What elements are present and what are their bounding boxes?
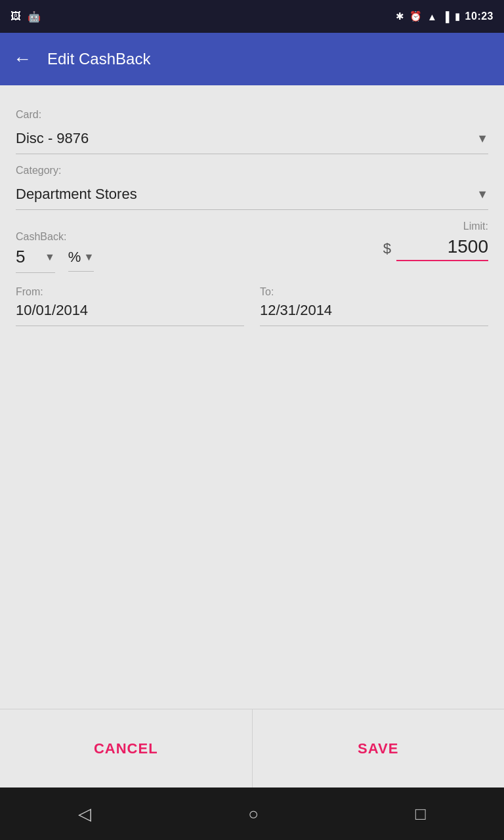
- to-date[interactable]: 12/31/2014: [260, 302, 488, 326]
- save-button[interactable]: SAVE: [252, 709, 505, 788]
- cashback-controls: 5 ▼ % ▼: [16, 247, 252, 273]
- nav-bar: ◁ ○ □: [0, 788, 504, 840]
- android-icon: 🤖: [28, 10, 41, 23]
- cashback-value-dropdown[interactable]: 5 ▼: [16, 247, 55, 273]
- status-time: 10:23: [465, 10, 494, 22]
- cashback-unit-dropdown[interactable]: % ▼: [68, 249, 94, 272]
- nav-recent-button[interactable]: □: [400, 796, 442, 832]
- category-label: Category:: [16, 165, 488, 177]
- limit-currency: $: [383, 240, 391, 257]
- image-icon: 🖼: [10, 10, 21, 22]
- battery-icon: ▮: [455, 10, 460, 22]
- card-dropdown-arrow: ▼: [476, 132, 488, 146]
- cashback-limit-row: CashBack: 5 ▼ % ▼ Limit: $: [16, 220, 488, 273]
- cashback-unit-arrow: ▼: [83, 251, 94, 263]
- nav-home-button[interactable]: ○: [232, 796, 274, 832]
- status-bar: 🖼 🤖 ✱ ⏰ ▲ ▐ ▮ 10:23: [0, 0, 504, 33]
- from-label: From:: [16, 286, 244, 298]
- cashback-label: CashBack:: [16, 231, 252, 243]
- status-bar-right-icons: ✱ ⏰ ▲ ▐ ▮ 10:23: [396, 10, 494, 22]
- card-label: Card:: [16, 109, 488, 121]
- from-section: From: 10/01/2014: [16, 286, 244, 326]
- to-section: To: 12/31/2014: [260, 286, 488, 326]
- bottom-actions: CANCEL SAVE: [0, 709, 504, 788]
- card-value: Disc - 9876: [16, 130, 89, 147]
- cashback-unit: %: [68, 249, 81, 266]
- wifi-icon: ▲: [427, 11, 437, 22]
- card-dropdown[interactable]: Disc - 9876 ▼: [16, 125, 488, 154]
- category-dropdown[interactable]: Department Stores ▼: [16, 180, 488, 210]
- date-row: From: 10/01/2014 To: 12/31/2014: [16, 286, 488, 326]
- cashback-value: 5: [16, 247, 42, 267]
- bluetooth-icon: ✱: [396, 10, 404, 22]
- app-bar: ← Edit CashBack: [0, 33, 504, 85]
- status-bar-left-icons: 🖼 🤖: [10, 10, 41, 23]
- from-date[interactable]: 10/01/2014: [16, 302, 244, 326]
- alarm-icon: ⏰: [410, 10, 422, 22]
- limit-section: Limit: $: [252, 220, 488, 261]
- cashback-section: CashBack: 5 ▼ % ▼: [16, 220, 252, 273]
- main-content: Card: Disc - 9876 ▼ Category: Department…: [0, 85, 504, 709]
- limit-input[interactable]: [396, 236, 488, 261]
- nav-back-button[interactable]: ◁: [62, 796, 107, 832]
- cashback-value-arrow: ▼: [45, 251, 55, 263]
- limit-label: Limit:: [463, 220, 488, 232]
- category-value: Department Stores: [16, 186, 137, 203]
- back-button[interactable]: ←: [13, 49, 32, 70]
- limit-input-row: $: [252, 236, 488, 261]
- to-label: To:: [260, 286, 488, 298]
- cancel-button[interactable]: CANCEL: [0, 709, 252, 788]
- page-title: Edit CashBack: [47, 50, 150, 68]
- signal-icon: ▐: [442, 11, 450, 22]
- category-dropdown-arrow: ▼: [476, 188, 488, 201]
